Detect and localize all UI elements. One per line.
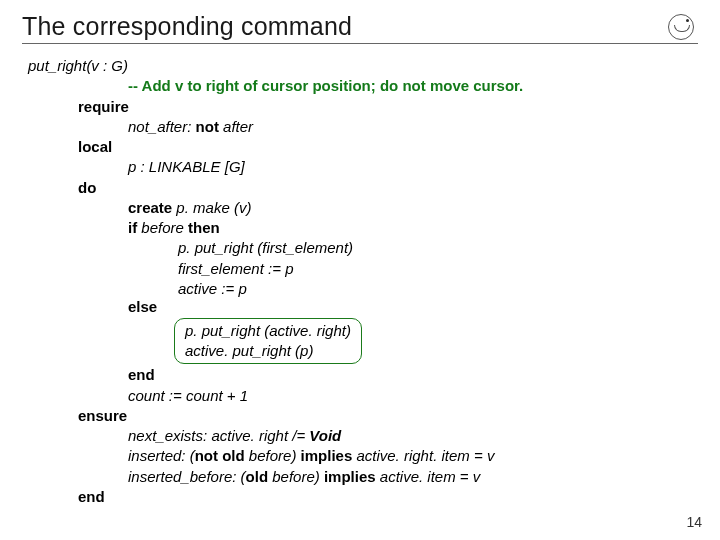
page-number: 14 <box>686 514 702 530</box>
kw-if: if <box>128 219 137 236</box>
slide: The corresponding command put_right(v : … <box>0 0 720 540</box>
comment-line: -- Add v to right of cursor position; do… <box>26 76 698 96</box>
if-cond: before <box>137 219 188 236</box>
kw-do: do <box>26 178 698 198</box>
p2-tag: inserted: ( <box>128 447 195 464</box>
count-line: count := count + 1 <box>26 386 698 406</box>
p2-old: old <box>222 447 245 464</box>
post-line-2: inserted: (not old before) implies activ… <box>26 446 698 466</box>
precondition: not_after: not after <box>26 117 698 137</box>
then-line-1: p. put_right (first_element) <box>26 238 698 258</box>
if-line: if before then <box>26 218 698 238</box>
p3-tag: inserted_before: ( <box>128 468 246 485</box>
kw-create: create <box>128 199 172 216</box>
routine-params: (v : G) <box>86 57 128 74</box>
p2-rest: active. right. item = v <box>352 447 494 464</box>
create-rest: p. make (v) <box>172 199 251 216</box>
p1-void: Void <box>309 427 341 444</box>
p3-mid: before) <box>268 468 324 485</box>
else-line-2: active. put_right (p) <box>185 341 351 361</box>
kw-ensure: ensure <box>26 406 698 426</box>
kw-require: require <box>26 97 698 117</box>
p1-mid: active. right /= <box>211 427 309 444</box>
kw-end-if: end <box>26 365 698 385</box>
title-row: The corresponding command <box>22 12 698 41</box>
p2-not: not <box>195 447 218 464</box>
then-line-3: active := p <box>26 279 698 299</box>
post-line-3: inserted_before: (old before) implies ac… <box>26 467 698 487</box>
then-line-2: first_element := p <box>26 259 698 279</box>
local-decl: p : LINKABLE [G] <box>26 157 698 177</box>
highlight-box: p. put_right (active. right) active. put… <box>174 318 362 364</box>
p2-mid: before) <box>245 447 301 464</box>
p1-tag: next_exists: <box>128 427 211 444</box>
kw-else: else <box>26 297 698 317</box>
title-rule <box>22 43 698 44</box>
pre-tag: not_after: <box>128 118 191 135</box>
pre-not: not <box>196 118 219 135</box>
signature-line: put_right(v : G) <box>26 56 698 76</box>
kw-then: then <box>188 219 220 236</box>
post-line-1: next_exists: active. right /= Void <box>26 426 698 446</box>
pre-rest: after <box>219 118 253 135</box>
logo-icon <box>668 14 694 40</box>
code-block: put_right(v : G) -- Add v to right of cu… <box>22 56 698 507</box>
else-line-1: p. put_right (active. right) <box>185 321 351 341</box>
p3-rest: active. item = v <box>376 468 481 485</box>
kw-end: end <box>26 487 698 507</box>
kw-local: local <box>26 137 698 157</box>
routine-name: put_right <box>28 57 86 74</box>
create-line: create p. make (v) <box>26 198 698 218</box>
p3-implies: implies <box>324 468 376 485</box>
p2-implies: implies <box>301 447 353 464</box>
slide-title: The corresponding command <box>22 12 352 41</box>
p3-old: old <box>246 468 269 485</box>
